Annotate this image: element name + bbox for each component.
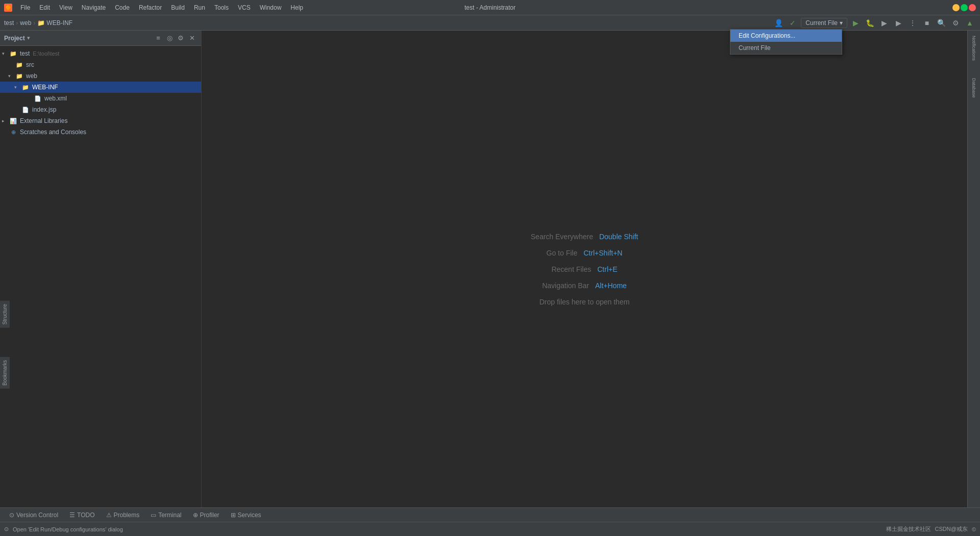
menu-help[interactable]: Help: [286, 3, 307, 12]
run-config-arrow: ▾: [840, 19, 843, 27]
breadcrumb-webinf-label: WEB-INF: [46, 19, 72, 27]
menu-vcs[interactable]: VCS: [234, 3, 255, 12]
tab-profiler-label: Profiler: [200, 512, 219, 519]
bookmarks-tab[interactable]: Bookmarks: [0, 357, 10, 389]
user-icon[interactable]: 👤: [772, 17, 785, 29]
run-config-button[interactable]: Current File ▾: [801, 18, 847, 28]
stop-button[interactable]: ■: [921, 17, 933, 29]
tree-arrow-test: ▾: [2, 51, 8, 56]
search-icon[interactable]: 🔍: [935, 17, 947, 29]
nav-bar: test › web › 📁 WEB-INF 👤 ✓ Current File …: [0, 15, 980, 31]
terminal-icon: ▭: [151, 512, 156, 519]
todo-icon: ☰: [69, 512, 75, 519]
database-tab[interactable]: Database: [970, 75, 977, 101]
tree-label-webinf: WEB-INF: [32, 84, 58, 91]
dropdown-current-file[interactable]: Current File: [730, 42, 842, 54]
folder-icon-test: 📁: [9, 49, 17, 58]
hint-search-everywhere: Search Everywhere Double Shift: [531, 233, 638, 241]
panel-title: Project: [4, 35, 25, 42]
version-control-icon: ⊙: [9, 512, 14, 519]
status-icon: ©: [972, 526, 976, 532]
hint-shortcut-recent: Ctrl+E: [597, 265, 617, 273]
debug-button[interactable]: 🐛: [864, 17, 876, 29]
menu-build[interactable]: Build: [167, 3, 189, 12]
collapse-all-icon[interactable]: ≡: [153, 33, 163, 43]
vcs-icon[interactable]: ✓: [787, 17, 799, 29]
tab-problems[interactable]: ⚠ Problems: [101, 509, 145, 521]
tab-todo[interactable]: ☰ TODO: [64, 509, 100, 521]
menu-refactor[interactable]: Refactor: [135, 3, 166, 12]
tree-label-webxml: web.xml: [44, 95, 67, 102]
menu-file[interactable]: File: [16, 3, 34, 12]
breadcrumb-webinf[interactable]: 📁 WEB-INF: [37, 19, 72, 27]
tab-profiler[interactable]: ⊕ Profiler: [188, 509, 225, 521]
icon-scratches: ⊕: [9, 128, 17, 136]
tab-terminal[interactable]: ▭ Terminal: [145, 509, 186, 521]
status-juejin[interactable]: 稀土掘金技术社区: [886, 525, 931, 533]
tree-item-scratches[interactable]: ⊕ Scratches and Consoles: [0, 126, 201, 138]
run-button[interactable]: ▶: [849, 17, 862, 29]
tree-item-extlib[interactable]: ▸ 📊 External Libraries: [0, 115, 201, 126]
close-button[interactable]: [969, 4, 976, 11]
status-right: 稀土掘金技术社区 CSDN@戒东 ©: [886, 525, 976, 533]
profiler-icon: ⊕: [193, 512, 198, 519]
right-sidebar: Notifications Database: [967, 31, 980, 507]
tree-item-web[interactable]: ▾ 📁 web: [0, 70, 201, 82]
tree-item-webxml[interactable]: 📄 web.xml: [0, 93, 201, 104]
hint-drop-files: Drop files here to open them: [540, 298, 630, 306]
locate-icon[interactable]: ◎: [164, 33, 175, 43]
editor-area: Search Everywhere Double Shift Go to Fil…: [202, 31, 967, 507]
folder-icon-src: 📁: [15, 61, 23, 69]
menu-code[interactable]: Code: [111, 3, 134, 12]
file-tree: ▾ 📁 test E:\tool\test 📁 src ▾ 📁 web ▾ 📁: [0, 46, 201, 507]
notifications-tab[interactable]: Notifications: [970, 33, 977, 64]
tree-item-indexjsp[interactable]: 📄 index.jsp: [0, 104, 201, 115]
tab-terminal-label: Terminal: [158, 512, 181, 519]
run-more-button[interactable]: ⋮: [906, 17, 919, 29]
maximize-button[interactable]: [961, 4, 968, 11]
git-icon: ⊙: [4, 526, 9, 532]
panel-dropdown-arrow[interactable]: ▾: [27, 35, 30, 41]
hint-label-drop: Drop files here to open them: [540, 298, 630, 306]
menu-tools[interactable]: Tools: [210, 3, 233, 12]
structure-tab[interactable]: Structure: [0, 301, 10, 328]
updates-icon[interactable]: ▲: [964, 17, 976, 29]
profile-button[interactable]: ▶: [892, 17, 904, 29]
menu-navigate[interactable]: Navigate: [78, 3, 110, 12]
minimize-button[interactable]: [952, 4, 960, 11]
menu-run[interactable]: Run: [190, 3, 209, 12]
breadcrumb: test › web › 📁 WEB-INF: [4, 19, 72, 27]
app-title: test - Administrator: [464, 4, 516, 11]
tree-arrow-webinf: ▾: [14, 85, 20, 90]
tree-item-webinf[interactable]: ▾ 📁 WEB-INF: [0, 82, 201, 93]
tab-version-control[interactable]: ⊙ Version Control: [4, 509, 63, 521]
coverage-button[interactable]: ▶: [878, 17, 890, 29]
menu-view[interactable]: View: [55, 3, 77, 12]
tree-label-extlib: External Libraries: [20, 117, 67, 124]
breadcrumb-web[interactable]: web: [20, 19, 31, 27]
breadcrumb-test[interactable]: test: [4, 19, 14, 27]
run-config-label: Current File: [805, 19, 838, 27]
tree-item-src[interactable]: 📁 src: [0, 59, 201, 70]
tab-services-label: Services: [238, 512, 261, 519]
menu-window[interactable]: Window: [256, 3, 286, 12]
hint-shortcut-goto: Ctrl+Shift+N: [583, 249, 622, 257]
file-icon-webxml: 📄: [34, 94, 42, 103]
run-config-dropdown: Edit Configurations... Current File: [730, 29, 842, 55]
file-icon-indexjsp: 📄: [21, 106, 30, 114]
status-csdn[interactable]: CSDN@戒东: [935, 525, 968, 533]
hint-label-search: Search Everywhere: [531, 233, 593, 241]
services-icon: ⊞: [231, 512, 236, 519]
dropdown-edit-configurations[interactable]: Edit Configurations...: [730, 30, 842, 42]
tree-item-test[interactable]: ▾ 📁 test E:\tool\test: [0, 48, 201, 59]
panel-settings-icon[interactable]: ⚙: [176, 33, 186, 43]
hint-recent-files: Recent Files Ctrl+E: [551, 265, 617, 273]
panel-hide-icon[interactable]: ✕: [187, 33, 197, 43]
tree-label-scratches: Scratches and Consoles: [20, 129, 86, 136]
menu-edit[interactable]: Edit: [35, 3, 54, 12]
tab-services[interactable]: ⊞ Services: [226, 509, 266, 521]
hint-label-goto: Go to File: [547, 249, 578, 257]
nav-actions: 👤 ✓ Current File ▾ ▶ 🐛 ▶ ▶ ⋮ ■ 🔍 ⚙ ▲: [772, 17, 976, 29]
tab-version-control-label: Version Control: [16, 512, 58, 519]
settings-icon[interactable]: ⚙: [949, 17, 962, 29]
